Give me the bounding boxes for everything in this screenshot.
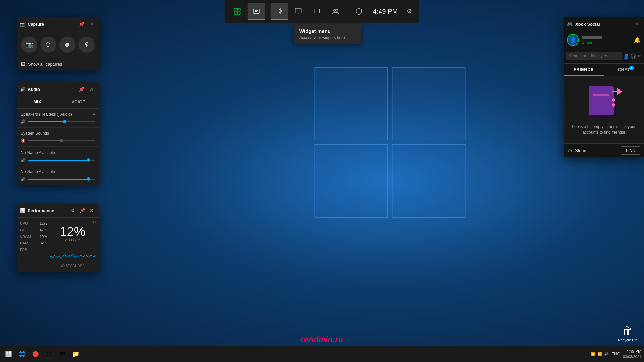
social-user-row: 👤 Online 🔔 <box>564 31 644 49</box>
audio-pin-btn[interactable]: 📌 <box>77 85 86 93</box>
audio-close-btn[interactable]: ✕ <box>88 85 96 93</box>
vram-stat: VRAM 10% <box>20 234 47 240</box>
capture-panel-header: 📷 Capture 📌 ✕ <box>17 17 99 31</box>
audio-tab-mix[interactable]: MIX <box>17 96 58 108</box>
taskbar-network-icon[interactable]: 📶 <box>597 352 602 356</box>
social-tab-friends[interactable]: FRIENDS <box>564 64 604 76</box>
shield-btn[interactable] <box>350 3 368 20</box>
voice-chat-btn[interactable]: 🎧 <box>630 51 636 61</box>
xbox-bar-time: 4:49 PM <box>369 8 402 15</box>
vram-value: 10% <box>40 234 47 240</box>
taskbar-email-btn[interactable]: ✉ <box>56 348 68 360</box>
cpu-value: 12% <box>40 220 47 227</box>
svg-rect-17 <box>589 86 614 115</box>
speakers-slider-track[interactable] <box>28 121 95 122</box>
network-btn[interactable] <box>308 3 326 20</box>
mic-capture-btn[interactable]: 🎙 <box>78 37 95 53</box>
system-slider-fill <box>28 140 61 141</box>
xbox-home-btn[interactable] <box>229 3 246 20</box>
capture-pin-btn[interactable]: 📌 <box>77 20 86 28</box>
chat-badge: 1 <box>629 66 634 70</box>
social-notification-btn[interactable]: 🔔 <box>634 37 641 43</box>
perf-chart-svg <box>50 242 96 262</box>
last-30s-btn[interactable]: ⏱ <box>40 37 56 53</box>
audio-system-label: System Sounds <box>21 131 95 136</box>
noname1-slider-fill <box>28 160 88 161</box>
recycle-bin[interactable]: 🗑 Recycle Bin <box>618 325 637 342</box>
steam-link-btn[interactable]: LINK <box>621 146 640 155</box>
audio-system-sounds-section: System Sounds 🔇 <box>17 128 99 147</box>
audio-btn[interactable] <box>271 3 288 20</box>
capture-panel: 📷 Capture 📌 ✕ 📷 ⏱ ⏺ 🎙 🖼 Show all capture… <box>17 17 99 70</box>
social-party-btn[interactable] <box>327 3 344 20</box>
divider-1 <box>268 6 268 17</box>
capture-close-btn[interactable]: ✕ <box>88 20 96 28</box>
social-user-info: Online <box>582 36 631 44</box>
perf-panel-title: Performance <box>28 208 67 213</box>
edit-btn[interactable]: ✏ <box>637 51 641 61</box>
perf-chart-label-right: 0 <box>82 264 84 268</box>
win-pane-tr <box>392 67 466 140</box>
gpu-label: GPU <box>20 227 28 234</box>
noname2-slider-track[interactable] <box>28 179 95 180</box>
taskbar-volume-icon[interactable]: 🔊 <box>604 352 609 356</box>
taskbar-datetime[interactable]: 4:49 PM 03/03/2021 <box>623 349 641 359</box>
perf-body: CPU 12% GPU 47% VRAM 10% RAM 82% FPS -- … <box>17 218 99 272</box>
widget-menu-subtitle: Access your widgets here <box>299 35 356 40</box>
taskbar-right: 🔼 📶 🔊 ENG 4:49 PM 03/03/2021 <box>591 349 641 359</box>
noname2-slider-thumb <box>87 177 90 181</box>
social-search-input[interactable] <box>566 52 622 60</box>
widget-menu-btn[interactable] <box>248 3 265 20</box>
social-tab-chat[interactable]: CHAT 1 <box>604 64 644 76</box>
steam-icon: ⚙ <box>568 147 572 154</box>
start-menu-btn[interactable]: 🪟 <box>3 348 15 360</box>
win-pane-bl <box>315 144 388 218</box>
xbox-settings-btn[interactable]: ⚙ <box>403 5 415 17</box>
win-pane-br <box>392 144 466 218</box>
svg-marker-7 <box>277 9 280 13</box>
taskbar-chevron-icon[interactable]: 🔼 <box>591 352 595 356</box>
add-friend-btn[interactable]: 👤 <box>623 51 629 61</box>
perf-header-icons: ⚙ 📌 ✕ <box>69 206 96 215</box>
audio-panel-header: 🔊 Audio 📌 ✕ <box>17 82 99 96</box>
performance-btn[interactable] <box>289 3 307 20</box>
social-close-btn[interactable]: ✕ <box>633 20 641 28</box>
svg-rect-11 <box>314 9 320 13</box>
perf-pin-btn[interactable]: 📌 <box>78 206 86 215</box>
screenshot-capture-btn[interactable]: 📷 <box>21 37 37 53</box>
audio-panel-icon: 🔊 <box>20 87 25 92</box>
fps-stat: FPS -- <box>20 247 47 253</box>
system-vol-icon: 🔇 <box>21 138 26 143</box>
win-pane-tl <box>315 67 388 140</box>
social-avatar: 👤 <box>567 34 579 46</box>
taskbar-left: 🪟 🌐 🔴 ⬡ ✉ 📁 <box>3 348 82 360</box>
audio-noname2-label: No Name Available <box>21 169 95 174</box>
audio-tab-voice[interactable]: VOICE <box>58 96 99 108</box>
audio-speakers-section: Speakers (Realtek(R) Audio) ▾ 🔊 <box>17 109 99 128</box>
taskbar-lang[interactable]: ENG <box>611 352 620 356</box>
fps-label: FPS <box>20 247 27 253</box>
social-status: Online <box>582 40 631 44</box>
perf-chart-max: 100 <box>90 220 96 224</box>
svg-point-14 <box>336 9 338 11</box>
audio-tabs: MIX VOICE <box>17 96 99 109</box>
social-search-row: 👤 🎧 ✏ <box>564 49 644 64</box>
record-btn[interactable]: ⏺ <box>59 37 75 53</box>
social-panel-header: 🎮 Xbox Social ✕ <box>564 17 644 31</box>
taskbar-app2-btn[interactable]: ⬡ <box>43 348 55 360</box>
perf-close-btn[interactable]: ✕ <box>88 206 96 215</box>
show-all-captures-btn[interactable]: 🖼 Show all captures <box>17 58 99 70</box>
audio-system-slider-row: 🔇 <box>21 138 95 143</box>
taskbar-app1-btn[interactable]: 🔴 <box>30 348 42 360</box>
taskbar-browser-btn[interactable]: 🌐 <box>16 348 28 360</box>
system-slider-track[interactable] <box>28 140 95 141</box>
gpu-value: 47% <box>40 227 47 234</box>
taskbar-sys-icons: 🔼 📶 🔊 <box>591 352 609 356</box>
performance-panel: 📊 Performance ⚙ 📌 ✕ CPU 12% GPU 47% VRAM… <box>17 204 99 272</box>
perf-config-btn[interactable]: ⚙ <box>69 206 77 215</box>
taskbar-explorer-btn[interactable]: 📁 <box>70 348 82 360</box>
audio-speakers-slider-row: 🔊 <box>21 119 95 124</box>
noname1-slider-track[interactable] <box>28 160 95 161</box>
audio-noname2-section: No Name Available 🔊 <box>17 166 99 185</box>
speakers-dropdown[interactable]: ▾ <box>93 112 95 117</box>
